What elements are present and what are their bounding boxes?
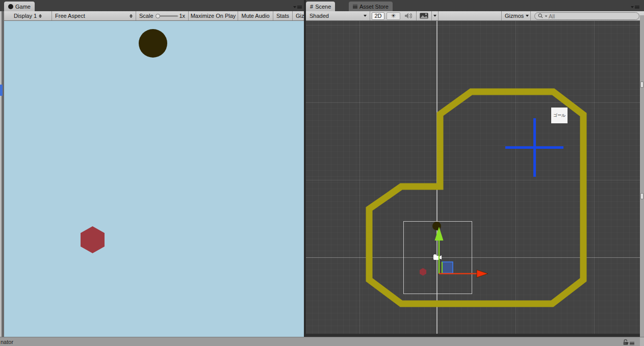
scale-slider-knob[interactable]	[156, 14, 160, 18]
image-effects-icon	[420, 13, 428, 19]
scene-toolbar: Shaded 2D ☀ Gizmos	[306, 11, 644, 21]
maximize-on-play-label: Maximize On Play	[191, 13, 236, 19]
unity-editor-window: Game # Scene Asset Store Display 1 Free …	[0, 0, 644, 346]
game-tab-icon	[8, 4, 13, 9]
dropdown-triangle-icon	[293, 6, 296, 8]
scene-lighting-toggle[interactable]: ☀	[387, 12, 400, 20]
status-menu-icon[interactable]	[626, 340, 637, 346]
scene-grid-icon: #	[310, 4, 313, 10]
scene-gizmos-dropdown[interactable]: Gizmos	[501, 11, 531, 20]
animator-tab-partial-label[interactable]: nator	[1, 339, 13, 345]
dropdown-triangle-icon	[631, 6, 634, 8]
tab-scene[interactable]: # Scene	[306, 2, 335, 11]
shading-mode-select[interactable]: Shaded	[306, 11, 370, 20]
effects-toggle[interactable]	[416, 11, 432, 20]
scrollbar-mark[interactable]	[640, 82, 643, 88]
2d-mode-label: 2D	[374, 13, 381, 19]
scene-tab-label: Scene	[315, 4, 331, 10]
hamburger-icon	[630, 342, 634, 345]
xy-plane-handle[interactable]	[442, 262, 453, 273]
hamburger-icon	[297, 6, 302, 9]
game-circle-sprite	[139, 29, 167, 58]
effects-dropdown[interactable]	[432, 11, 439, 20]
chevron-down-icon	[433, 15, 436, 17]
scale-slider-track[interactable]	[160, 15, 178, 17]
left-panel-edge-dark	[2, 11, 4, 337]
scene-gizmos-label: Gizmos	[505, 13, 524, 19]
chevron-down-icon	[526, 15, 529, 17]
scale-slider[interactable]	[156, 14, 177, 18]
right-scrollbar-strip[interactable]	[640, 15, 644, 337]
chevron-down-icon	[364, 15, 367, 17]
game-toolbar: Display 1 Free Aspect Scale 1x Maximize …	[4, 11, 304, 21]
shading-mode-label: Shaded	[310, 13, 329, 19]
asset-store-tab-label: Asset Store	[359, 4, 389, 10]
game-panel-menu-icon[interactable]	[293, 4, 304, 10]
speaker-icon	[405, 13, 412, 19]
tab-row: Game # Scene Asset Store	[0, 0, 644, 11]
move-gizmo	[306, 21, 640, 337]
scene-panel-menu-icon[interactable]	[631, 4, 642, 10]
tab-asset-store[interactable]: Asset Store	[349, 2, 393, 11]
scene-audio-toggle[interactable]	[402, 11, 415, 20]
dropdown-triangle-icon	[626, 342, 629, 344]
asset-store-crate-icon	[353, 4, 357, 9]
aspect-select[interactable]: Free Aspect	[52, 11, 136, 20]
display-select[interactable]: Display 1	[4, 11, 52, 20]
status-bar: nator	[0, 337, 644, 346]
maximize-on-play-button[interactable]: Maximize On Play	[189, 11, 238, 20]
stats-button[interactable]: Stats	[273, 11, 293, 20]
updown-arrows-icon	[39, 14, 42, 18]
game-gizmos-label: Gizmos	[296, 13, 304, 19]
aspect-select-label: Free Aspect	[55, 13, 85, 19]
camera-gizmo-icon[interactable]	[433, 254, 442, 260]
hamburger-icon	[635, 6, 639, 9]
scrollbar-mark[interactable]	[640, 193, 643, 199]
mute-audio-button[interactable]: Mute Audio	[238, 11, 273, 20]
status-right-pad	[640, 337, 644, 346]
game-hexagon-sprite	[81, 226, 105, 253]
2d-mode-toggle[interactable]: 2D	[372, 12, 384, 20]
game-gizmos-button[interactable]: Gizmos	[293, 11, 304, 20]
sun-icon: ☀	[391, 13, 396, 19]
scale-label: Scale	[139, 13, 153, 19]
scene-view[interactable]: ゴール	[306, 21, 640, 337]
game-tab-label: Game	[15, 4, 31, 10]
search-value: All	[549, 13, 555, 19]
hierarchy-selection-mark	[0, 85, 3, 96]
stats-label: Stats	[276, 13, 289, 19]
display-select-label: Display 1	[14, 13, 37, 19]
scene-search-input[interactable]: All	[534, 12, 639, 20]
game-view[interactable]	[4, 21, 304, 337]
updown-arrows-icon	[130, 14, 133, 18]
search-icon	[538, 13, 544, 19]
tab-game[interactable]: Game	[4, 2, 35, 11]
scale-value: 1x	[179, 13, 185, 19]
scale-control: Scale 1x	[136, 11, 189, 20]
search-filter-chevron-icon	[545, 15, 548, 17]
mute-audio-label: Mute Audio	[241, 13, 269, 19]
